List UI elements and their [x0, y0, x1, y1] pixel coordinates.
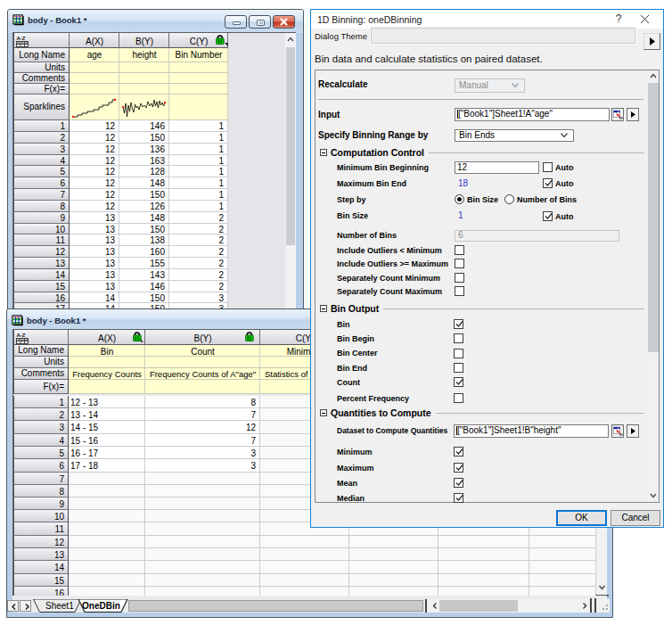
svg-text:A-Z: A-Z [17, 333, 26, 338]
svg-text:A-Z: A-Z [17, 36, 26, 41]
